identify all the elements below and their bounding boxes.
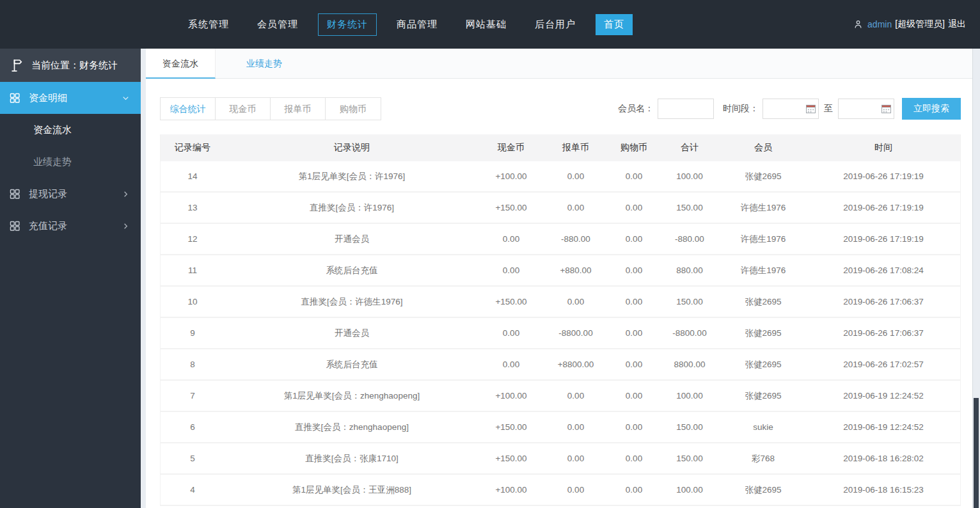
cell-time: 2019-06-26 17:08:24 [807,266,960,275]
scrollbar-thumb[interactable] [974,398,979,508]
to-label: 至 [824,103,833,115]
menu-item-recharge-records[interactable]: 充值记录 [0,210,141,242]
table-row: 10直推奖[会员：许德生1976]+150.000.000.00150.00张健… [161,287,960,318]
cell-time: 2019-06-26 17:06:37 [807,297,960,306]
calendar-icon[interactable] [881,104,891,113]
tab-performance-trend[interactable]: 业绩走势 [230,49,299,79]
user-role: [超级管理员] [895,19,945,30]
cell-order-coin: 0.00 [543,391,608,401]
nav-item-site-basics[interactable]: 网站基础 [457,14,515,35]
member-name-input[interactable] [658,99,714,119]
person-icon [853,19,863,29]
nav-item-members[interactable]: 会员管理 [249,14,306,35]
cell-shopping-coin: 0.00 [608,234,660,244]
cell-shopping-coin: 0.00 [608,422,660,432]
cell-shopping-coin: 0.00 [608,360,660,369]
user-name[interactable]: admin [867,19,892,29]
grid-icon [9,188,20,200]
cell-order-coin: 0.00 [543,422,608,432]
cell-record-id: 10 [161,297,225,306]
cell-total: 100.00 [660,485,720,495]
cell-order-coin: +8800.00 [543,360,608,369]
cell-record-id: 13 [161,203,225,212]
cell-record-id: 6 [161,422,225,432]
cell-time: 2019-06-19 12:24:52 [807,422,960,432]
table-body: 14第1层见单奖[会员：许1976]+100.000.000.00100.00张… [161,161,960,506]
grid-icon [9,220,20,232]
cell-description: 开通会员 [225,328,479,339]
coin-filter-group: 综合统计 现金币 报单币 购物币 [160,97,381,120]
cell-order-coin: 0.00 [543,485,608,495]
menu-item-withdraw-records[interactable]: 提现记录 [0,178,141,210]
table-row: 7第1层见单奖[会员：zhenghaopeng]+100.000.000.001… [161,381,960,412]
filter-button-all[interactable]: 综合统计 [161,98,216,120]
cell-time: 2019-06-19 12:24:52 [807,391,960,401]
header-cell-cash-coin: 现金币 [479,142,543,154]
header-cell-time: 时间 [807,142,960,154]
table-row: 8系统后台充值0.00+8800.000.008800.00张健26952019… [161,349,960,381]
search-controls: 会员名： 时间段： 至 [609,98,961,120]
table-row: 12开通会员0.00-880.000.00-880.00许德生19762019-… [161,224,960,255]
cell-description: 直推奖[会员：张康1710] [225,453,479,464]
cell-description: 第1层见单奖[会员：zhenghaopeng] [225,390,479,402]
nav-item-finance[interactable]: 财务统计 [318,13,377,36]
cell-total: 150.00 [660,454,720,463]
cell-cash-coin: +100.00 [479,391,543,401]
cell-shopping-coin: 0.00 [608,203,660,212]
table-row: 9开通会员0.00-8800.000.00-8800.00张健26952019-… [161,318,960,349]
nav-item-products[interactable]: 商品管理 [388,14,446,35]
table-row: 6直推奖[会员：zhenghaopeng]+150.000.000.00150.… [161,412,960,443]
cell-member: 张健2695 [720,484,807,496]
nav-item-system[interactable]: 系统管理 [180,14,237,35]
cell-time: 2019-06-18 16:15:23 [807,485,960,495]
cell-time: 2019-06-26 17:19:19 [807,203,960,212]
nav-item-home[interactable]: 首页 [596,14,633,35]
filter-row: 综合统计 现金币 报单币 购物币 会员名： 时间段： 至 [160,97,961,120]
cell-cash-coin: +150.00 [479,203,543,212]
cell-order-coin: +880.00 [543,266,608,275]
sidebar: 当前位置：财务统计 资金明细 资金流水 业绩走势 提现记录 [0,49,141,508]
header-cell-total: 合计 [660,142,720,154]
cell-order-coin: -8800.00 [543,328,608,338]
location-label: 当前位置：财务统计 [31,60,118,72]
calendar-icon[interactable] [806,104,816,113]
header-cell-order-coin: 报单币 [543,142,608,154]
cell-member: 张健2695 [720,171,807,182]
header-cell-shopping-coin: 购物币 [608,142,660,154]
nav-item-backend-users[interactable]: 后台用户 [526,14,584,35]
cell-description: 直推奖[会员：许德生1976] [225,296,479,308]
search-button[interactable]: 立即搜索 [902,98,961,120]
filter-button-shopping-coin[interactable]: 购物币 [326,98,381,120]
cell-order-coin: 0.00 [543,171,608,181]
member-name-label: 会员名： [618,103,654,115]
cell-shopping-coin: 0.00 [608,485,660,495]
submenu-item-performance-trend[interactable]: 业绩走势 [0,146,141,178]
cell-cash-coin: 0.00 [479,328,543,338]
submenu-item-fund-flow[interactable]: 资金流水 [0,114,141,146]
cell-shopping-coin: 0.00 [608,297,660,306]
chevron-down-icon [121,93,130,103]
cell-record-id: 7 [161,391,225,401]
menu-item-funds-detail[interactable]: 资金明细 [0,82,141,114]
cell-member: 许德生1976 [720,202,807,214]
filter-button-order-coin[interactable]: 报单币 [271,98,326,120]
table-header: 记录编号 记录说明 现金币 报单币 购物币 合计 会员 时间 [161,134,960,161]
table-row: 5直推奖[会员：张康1710]+150.000.000.00150.00彩768… [161,443,960,475]
cell-cash-coin: +100.00 [479,171,543,181]
cell-member: 张健2695 [720,390,807,402]
cell-member: 彩768 [720,453,807,464]
cell-total: -880.00 [660,234,720,244]
cell-total: 150.00 [660,422,720,432]
tab-fund-flow[interactable]: 资金流水 [146,49,216,79]
topbar: 系统管理 会员管理 财务统计 商品管理 网站基础 后台用户 首页 admin [… [0,0,980,49]
cell-cash-coin: 0.00 [479,266,543,275]
logout-button[interactable]: 退出 [948,19,966,30]
cell-record-id: 12 [161,234,225,244]
cell-order-coin: 0.00 [543,297,608,306]
cell-cash-coin: +150.00 [479,297,543,306]
filter-button-cash-coin[interactable]: 现金币 [216,98,271,120]
table-row: 4第1层见单奖[会员：王亚洲888]+100.000.000.00100.00张… [161,475,960,506]
cell-record-id: 4 [161,485,225,495]
chevron-right-icon [121,189,130,199]
cell-cash-coin: 0.00 [479,360,543,369]
